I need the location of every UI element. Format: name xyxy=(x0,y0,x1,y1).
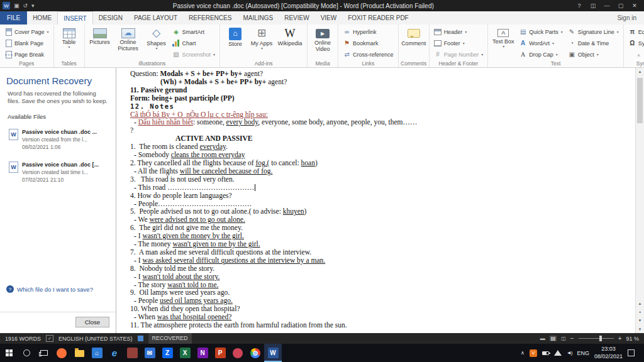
select-browse-object-icon[interactable]: ● xyxy=(636,310,644,314)
qat-customize-icon[interactable]: ▾ xyxy=(31,3,35,9)
tab-references[interactable]: REFERENCES xyxy=(183,11,237,25)
photos-icon[interactable] xyxy=(123,344,141,362)
comment-button[interactable]: Comment xyxy=(401,26,426,47)
onenote-icon[interactable]: N xyxy=(194,344,211,362)
scrollbar-thumb[interactable] xyxy=(637,78,643,123)
bookmark-button[interactable]: ⚑Bookmark xyxy=(341,38,396,48)
scroll-down-icon[interactable]: ▼ xyxy=(636,327,644,331)
object-button[interactable]: ▣Object▾ xyxy=(566,49,621,60)
hyperlink-button[interactable]: ∞Hyperlink xyxy=(341,26,396,37)
document-line[interactable]: 2. They cancelled all the flights becaus… xyxy=(130,159,631,167)
help-icon[interactable]: ? xyxy=(572,0,586,11)
recovery-help-row[interactable]: ? Which file do I want to save? xyxy=(6,285,93,293)
document-line[interactable]: - I was asked several difficult question… xyxy=(130,256,631,265)
print-layout-icon[interactable]: ▤ xyxy=(550,336,557,341)
cover-page-button[interactable]: Cover Page▾ xyxy=(3,26,51,37)
scroll-up-icon[interactable]: ▲ xyxy=(636,70,644,74)
document-line[interactable]: Question: Modals + S + be+ PP+ by+ agent… xyxy=(130,70,631,78)
document-line[interactable]: - This road ……………………………… xyxy=(130,184,631,192)
tab-review[interactable]: REVIEW xyxy=(279,11,314,25)
header-button[interactable]: Header▾ xyxy=(432,26,486,37)
quick-parts-button[interactable]: ▤Quick Parts▾ xyxy=(517,26,565,37)
document-line[interactable]: - When was that hospital opened? xyxy=(130,313,631,321)
symbol-button[interactable]: ΩSymbol▾ xyxy=(626,38,644,48)
drop-cap-button[interactable]: ADrop Cap▾ xyxy=(517,49,565,60)
document-line[interactable]: - The money wasn't given to me by the gi… xyxy=(130,240,631,248)
smartart-button[interactable]: ◈SmartArt xyxy=(170,26,218,37)
proofing-icon[interactable]: ✓ xyxy=(46,335,53,342)
file-explorer-icon[interactable] xyxy=(70,344,88,362)
document-line[interactable]: - I wasn't given the money by the girl. xyxy=(130,232,631,240)
tab-file[interactable]: FILE xyxy=(0,11,27,25)
tab-view[interactable]: VIEW xyxy=(315,11,343,25)
pictures-button[interactable]: Pictures xyxy=(87,26,113,46)
next-page-icon[interactable]: ▼ xyxy=(636,319,644,322)
action-center-icon[interactable] xyxy=(628,349,635,356)
cross-reference-button[interactable]: ⇄Cross-reference xyxy=(341,49,396,60)
wikipedia-button[interactable]: W Wikipedia xyxy=(275,26,304,47)
document-line[interactable]: - The story wasn't told to me. xyxy=(130,281,631,289)
document-line[interactable]: - All the flights will be canceled becau… xyxy=(130,167,631,175)
collapse-ribbon-icon[interactable]: ˄ xyxy=(637,53,640,58)
date-time-button[interactable]: ◔Date & Time xyxy=(566,38,621,48)
document-line[interactable]: - Somebody cleans the room everyday xyxy=(130,151,631,159)
excel-icon[interactable]: X xyxy=(176,344,194,362)
minimize-icon[interactable]: — xyxy=(600,0,614,11)
undo-icon[interactable]: ↺ xyxy=(23,3,28,9)
document-line[interactable]: 6. The girl did not give me the money. xyxy=(130,224,631,232)
word-taskbar-icon[interactable]: W xyxy=(264,344,282,362)
tab-mailings[interactable]: MAILINGS xyxy=(237,11,279,25)
document-line[interactable]: - People used oil lamps years ago. xyxy=(130,297,631,305)
edge-icon[interactable]: e xyxy=(106,344,123,362)
document-line[interactable]: - People………………………………… xyxy=(130,200,631,208)
chart-button[interactable]: Chart xyxy=(170,38,218,48)
document-line[interactable]: - I wasn't told about the story. xyxy=(130,273,631,281)
shapes-button[interactable]: ◇ Shapes▾ xyxy=(144,26,169,52)
tab-page-layout[interactable]: PAGE LAYOUT xyxy=(128,11,183,25)
language-status[interactable]: ENGLISH (UNITED STATES) xyxy=(58,336,133,342)
camera-icon[interactable] xyxy=(229,344,247,362)
firefox-icon[interactable] xyxy=(53,344,70,362)
document-line[interactable]: 5. People advised us not to go out alone… xyxy=(130,207,631,216)
document-line[interactable]: 11. The atmosphere protects the earth fr… xyxy=(130,321,631,329)
zoom-out-button[interactable]: − xyxy=(570,335,574,342)
mail-icon[interactable]: ✉ xyxy=(141,344,158,362)
document-line[interactable]: - We were advised not to go out alone. xyxy=(130,216,631,224)
document-line[interactable]: 10. When did they open that hospital? xyxy=(130,305,631,313)
word-count-status[interactable]: 1916 WORDS xyxy=(5,336,41,342)
ribbon-display-options-icon[interactable]: ◫ xyxy=(586,0,600,11)
page-number-button[interactable]: #Page Number▾ xyxy=(432,49,486,60)
document-line[interactable]: 7. A man asked me several difficult ques… xyxy=(130,248,631,256)
tab-design[interactable]: DESIGN xyxy=(93,11,128,25)
sign-in-link[interactable]: Sign in xyxy=(617,14,644,21)
screenshot-button[interactable]: ▧Screenshot▾ xyxy=(170,49,218,60)
vertical-scrollbar[interactable]: ▲ ▲ ● ▼ ▼ xyxy=(635,68,644,333)
store-icon[interactable]: ⌂ xyxy=(88,344,106,362)
footer-button[interactable]: Footer▾ xyxy=(432,38,486,48)
document-line[interactable]: 4. How do people learn languages? xyxy=(130,192,631,200)
my-apps-button[interactable]: ⊞ My Apps▾ xyxy=(249,26,274,52)
input-language-indicator[interactable]: ENG xyxy=(577,350,589,356)
search-button[interactable] xyxy=(18,344,35,362)
powerpoint-icon[interactable]: P xyxy=(211,344,229,362)
page-break-button[interactable]: Page Break xyxy=(3,49,51,60)
table-button[interactable]: Table▾ xyxy=(57,26,82,50)
volume-icon[interactable]: ◄) xyxy=(567,350,572,356)
document-line[interactable]: 11. Passive gerund xyxy=(130,86,631,94)
zoom-in-button[interactable]: + xyxy=(618,335,622,342)
zoom-percent[interactable]: 91 % xyxy=(626,336,639,342)
previous-page-icon[interactable]: ▲ xyxy=(636,302,644,305)
maximize-icon[interactable]: ▢ xyxy=(614,0,628,11)
document-line[interactable]: 1. The room is cleaned everyday. xyxy=(130,143,631,151)
zalo-icon[interactable]: Z xyxy=(158,344,176,362)
chrome-icon[interactable] xyxy=(247,344,264,362)
unikey-icon[interactable]: V xyxy=(530,349,537,357)
document-line[interactable]: Form: being+ past participle (PP) xyxy=(130,94,631,102)
tab-insert[interactable]: INSERT xyxy=(57,11,93,25)
tab-foxit-reader-pdf[interactable]: FOXIT READER PDF xyxy=(342,11,414,25)
recovery-close-button[interactable]: Close xyxy=(75,317,109,327)
start-button[interactable] xyxy=(0,344,18,362)
store-button[interactable]: ⌂ Store xyxy=(223,26,248,48)
tab-home[interactable]: HOME xyxy=(27,11,57,25)
zoom-slider-thumb[interactable] xyxy=(599,336,602,341)
